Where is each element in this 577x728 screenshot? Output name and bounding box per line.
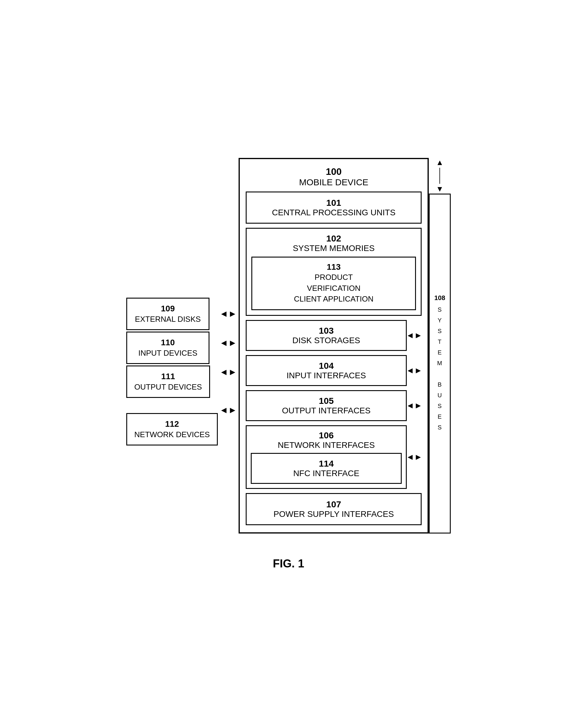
input-devices-label: INPUT DEVICES bbox=[134, 348, 201, 358]
figure-label: FIG. 1 bbox=[273, 557, 304, 570]
output-interfaces-box: 105 OUTPUT INTERFACES bbox=[246, 390, 407, 421]
system-memories-label: SYSTEM MEMORIES bbox=[251, 243, 416, 253]
system-bus-label: SYSTEMBUSES bbox=[437, 304, 442, 433]
cpu-box: 101 CENTRAL PROCESSING UNITS bbox=[246, 191, 421, 224]
network-arrow: ◄► bbox=[218, 397, 239, 423]
network-devices-row: 112 NETWORK DEVICES bbox=[126, 416, 218, 442]
power-supply-number: 107 bbox=[252, 499, 415, 510]
output-arrow-symbol: ◄► bbox=[219, 367, 237, 377]
left-devices: 109 EXTERNAL DISKS 110 INPUT DEVICES 111 bbox=[126, 158, 218, 442]
input-devices-number: 110 bbox=[134, 338, 201, 347]
external-disks-row: 109 EXTERNAL DISKS bbox=[126, 301, 218, 327]
input-devices-box: 110 INPUT DEVICES bbox=[126, 332, 210, 364]
system-bus-number: 108 bbox=[434, 294, 445, 302]
page-container: 109 EXTERNAL DISKS 110 INPUT DEVICES 111 bbox=[0, 0, 577, 728]
output-arrow: ◄► bbox=[218, 359, 239, 385]
product-verification-box: 113 PRODUCT VERIFICATION CLIENT APPLICAT… bbox=[251, 257, 416, 310]
power-supply-box: 107 POWER SUPPLY INTERFACES bbox=[246, 493, 421, 525]
disk-arrow-symbol: ◄► bbox=[219, 309, 237, 319]
disk-storages-row: 103 DISK STORAGES ◄► bbox=[246, 320, 421, 351]
output-interfaces-number: 105 bbox=[251, 396, 401, 406]
cpu-number: 101 bbox=[252, 198, 415, 208]
system-memories-number: 102 bbox=[251, 233, 416, 243]
input-interfaces-box: 104 INPUT INTERFACES bbox=[246, 355, 407, 386]
left-arrows-col: ◄► ◄► ◄► ◄► bbox=[218, 158, 239, 423]
product-verification-number: 113 bbox=[257, 262, 410, 272]
network-interfaces-title: 106 NETWORK INTERFACES bbox=[251, 430, 402, 450]
external-disks-label: EXTERNAL DISKS bbox=[134, 315, 201, 324]
cpu-label: CENTRAL PROCESSING UNITS bbox=[252, 208, 415, 217]
output-bus-arrow: ◄► bbox=[407, 401, 421, 410]
disk-storages-box: 103 DISK STORAGES bbox=[246, 320, 407, 351]
full-layout: 109 EXTERNAL DISKS 110 INPUT DEVICES 111 bbox=[126, 158, 451, 533]
center-block: 100 MOBILE DEVICE 101 CENTRAL PROCESSING… bbox=[239, 158, 451, 533]
network-interfaces-number: 106 bbox=[251, 430, 402, 440]
output-devices-row: 111 OUTPUT DEVICES bbox=[126, 368, 218, 395]
product-verification-label: PRODUCT VERIFICATION CLIENT APPLICATION bbox=[257, 272, 410, 304]
nfc-number: 114 bbox=[256, 459, 396, 469]
diagram-wrapper: 109 EXTERNAL DISKS 110 INPUT DEVICES 111 bbox=[126, 158, 451, 570]
input-interfaces-label: INPUT INTERFACES bbox=[251, 371, 401, 380]
output-devices-label: OUTPUT DEVICES bbox=[134, 383, 202, 392]
system-bus-box: 108 SYSTEMBUSES bbox=[429, 193, 451, 533]
network-bus-arrow: ◄► bbox=[407, 452, 421, 462]
output-interfaces-row: 105 OUTPUT INTERFACES ◄► bbox=[246, 390, 421, 421]
mobile-device-label: MOBILE DEVICE bbox=[246, 177, 421, 187]
output-interfaces-label: OUTPUT INTERFACES bbox=[251, 406, 401, 415]
input-interfaces-row: 104 INPUT INTERFACES ◄► bbox=[246, 355, 421, 386]
mobile-outer: 100 MOBILE DEVICE 101 CENTRAL PROCESSING… bbox=[239, 158, 429, 533]
disk-storages-number: 103 bbox=[251, 326, 401, 336]
nfc-interface-box: 114 NFC INTERFACE bbox=[251, 453, 402, 484]
system-memories-outer: 102 SYSTEM MEMORIES 113 PRODUCT VERIFICA… bbox=[246, 228, 421, 315]
up-arrow: ▲ bbox=[436, 158, 444, 167]
output-devices-number: 111 bbox=[134, 372, 202, 381]
cpu-bus-arrow: ▲ ▼ bbox=[436, 158, 444, 193]
output-devices-box: 111 OUTPUT DEVICES bbox=[126, 365, 210, 398]
input-arrow-symbol: ◄► bbox=[219, 338, 237, 348]
system-bus-container: ▲ ▼ 108 SYSTEMBUSES bbox=[429, 158, 451, 533]
network-devices-label: NETWORK DEVICES bbox=[134, 430, 210, 439]
mobile-device-number: 100 bbox=[246, 166, 421, 177]
network-interfaces-label: NETWORK INTERFACES bbox=[251, 440, 402, 450]
input-devices-row: 110 INPUT DEVICES bbox=[126, 335, 218, 361]
disk-arrow: ◄► bbox=[218, 301, 239, 327]
input-bus-arrow: ◄► bbox=[407, 366, 421, 375]
network-interfaces-outer: 106 NETWORK INTERFACES 114 NFC INTERFACE bbox=[246, 425, 407, 489]
down-arrow: ▼ bbox=[436, 184, 444, 193]
network-devices-box: 112 NETWORK DEVICES bbox=[126, 413, 218, 445]
system-memories-title: 102 SYSTEM MEMORIES bbox=[251, 233, 416, 253]
network-arrow-symbol: ◄► bbox=[219, 405, 237, 415]
network-devices-number: 112 bbox=[134, 419, 210, 429]
disk-bus-arrow: ◄► bbox=[407, 331, 421, 340]
input-arrow: ◄► bbox=[218, 330, 239, 356]
mobile-device-title: 100 MOBILE DEVICE bbox=[246, 166, 421, 187]
external-disks-number: 109 bbox=[134, 304, 201, 313]
input-interfaces-number: 104 bbox=[251, 361, 401, 371]
external-disks-box: 109 EXTERNAL DISKS bbox=[126, 298, 210, 330]
disk-storages-label: DISK STORAGES bbox=[251, 336, 401, 345]
network-interfaces-row: 106 NETWORK INTERFACES 114 NFC INTERFACE… bbox=[246, 425, 421, 489]
nfc-label: NFC INTERFACE bbox=[256, 469, 396, 478]
power-supply-label: POWER SUPPLY INTERFACES bbox=[252, 510, 415, 519]
